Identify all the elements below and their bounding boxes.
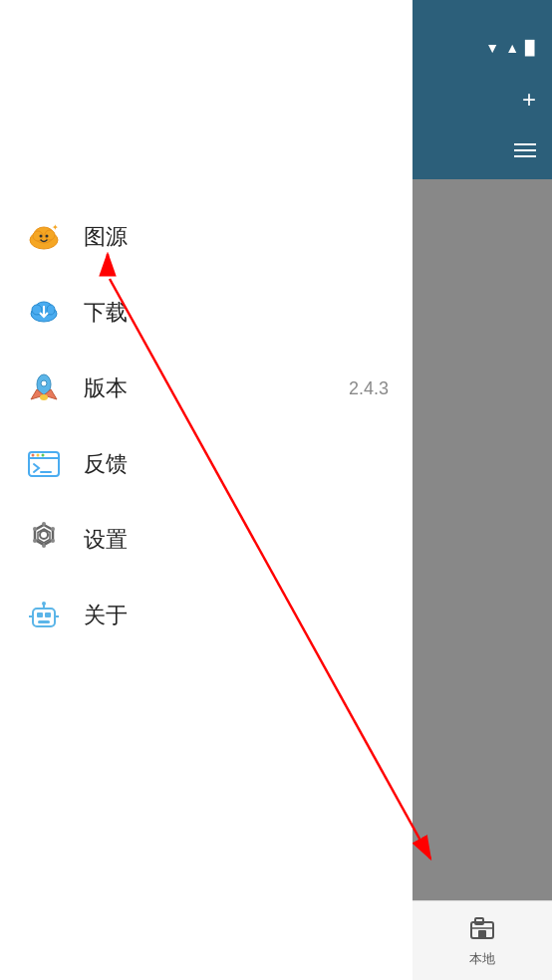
xiazai-label: 下载 — [84, 298, 128, 328]
svg-point-30 — [33, 527, 37, 531]
svg-point-36 — [42, 602, 46, 606]
right-content — [413, 179, 552, 980]
left-panel: ✦ 图源 下载 — [0, 0, 413, 980]
svg-rect-43 — [478, 930, 486, 938]
menu-list: ✦ 图源 下载 — [0, 199, 413, 653]
svg-point-27 — [51, 539, 55, 543]
local-icon — [468, 914, 496, 946]
guanyu-icon — [24, 596, 64, 635]
menu-line-2 — [514, 149, 536, 151]
svg-point-25 — [42, 522, 46, 526]
fankui-icon — [24, 444, 64, 484]
menu-item-guanyu[interactable]: 关于 — [0, 578, 413, 653]
svg-rect-39 — [38, 620, 50, 623]
svg-text:✦: ✦ — [52, 223, 59, 232]
banben-label: 版本 — [84, 373, 128, 403]
svg-point-20 — [37, 454, 40, 457]
right-panel: ▼ ▲ ▉ + 本地 — [413, 0, 552, 980]
svg-rect-34 — [45, 612, 51, 617]
svg-point-15 — [41, 380, 47, 386]
menu-button[interactable] — [514, 143, 536, 157]
menu-item-banben[interactable]: 版本 2.4.3 — [0, 351, 413, 426]
menu-line-1 — [514, 143, 536, 145]
menu-line-3 — [514, 155, 536, 157]
fankui-label: 反馈 — [84, 449, 128, 479]
right-panel-header: ▼ ▲ ▉ + — [413, 0, 552, 179]
signal-icon: ▲ — [505, 40, 519, 56]
svg-point-26 — [51, 527, 55, 531]
menu-item-shezhi[interactable]: 设置 — [0, 502, 413, 578]
menu-item-tuyuan[interactable]: ✦ 图源 — [0, 199, 413, 275]
menu-item-fankui[interactable]: 反馈 — [0, 426, 413, 502]
guanyu-label: 关于 — [84, 601, 128, 630]
svg-rect-32 — [33, 609, 55, 626]
svg-point-28 — [42, 544, 46, 548]
svg-point-21 — [42, 454, 45, 457]
svg-rect-33 — [37, 612, 43, 617]
tuyuan-icon: ✦ — [24, 217, 64, 257]
battery-icon: ▉ — [525, 40, 536, 56]
svg-point-31 — [40, 531, 48, 539]
add-button[interactable]: + — [522, 86, 536, 114]
tuyuan-label: 图源 — [84, 222, 128, 252]
shezhi-icon — [24, 520, 64, 560]
svg-point-5 — [46, 235, 49, 238]
svg-point-4 — [40, 235, 43, 238]
svg-point-19 — [32, 454, 35, 457]
shezhi-label: 设置 — [84, 525, 128, 555]
banben-icon — [24, 368, 64, 408]
local-tab-label: 本地 — [469, 950, 495, 968]
wifi-icon: ▼ — [485, 40, 499, 56]
banben-value: 2.4.3 — [349, 378, 389, 399]
svg-point-16 — [40, 394, 48, 400]
svg-point-29 — [33, 539, 37, 543]
menu-item-xiazai[interactable]: 下载 — [0, 275, 413, 351]
bottom-tab-local[interactable]: 本地 — [413, 900, 552, 980]
xiazai-icon — [24, 293, 64, 333]
